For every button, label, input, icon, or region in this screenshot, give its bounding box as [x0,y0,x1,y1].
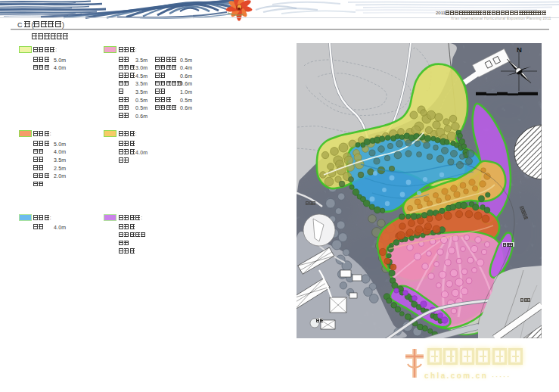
svg-text:N: N [517,45,522,54]
